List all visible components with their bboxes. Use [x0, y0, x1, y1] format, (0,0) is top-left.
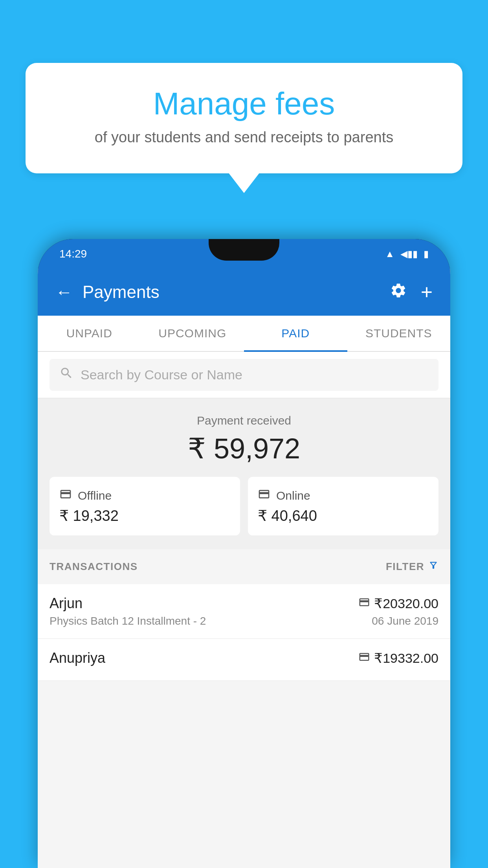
transaction-amount-arjun: ₹20320.00	[374, 596, 438, 611]
status-icons: ▲ ◀▮▮ ▮	[385, 248, 429, 259]
tooltip-bubble: Manage fees of your students and send re…	[26, 63, 462, 173]
offline-icon	[59, 488, 72, 503]
battery-icon: ▮	[424, 248, 429, 259]
payment-received-label: Payment received	[50, 414, 438, 427]
app-header: ← Payments +	[38, 268, 450, 316]
search-container: Search by Course or Name	[38, 352, 450, 398]
transaction-amount-anupriya: ₹19332.00	[374, 650, 438, 666]
back-button[interactable]: ←	[55, 282, 73, 302]
filter-label: FILTER	[386, 561, 424, 573]
status-bar: 14:29 ▲ ◀▮▮ ▮	[38, 239, 450, 268]
tooltip-subtitle: of your students and send receipts to pa…	[57, 129, 431, 146]
online-payment-icon	[358, 596, 370, 611]
online-icon	[258, 488, 270, 503]
offline-card-header: Offline	[59, 488, 230, 503]
tabs-bar: UNPAID UPCOMING PAID STUDENTS	[38, 316, 450, 352]
header-right: +	[390, 280, 433, 304]
header-left: ← Payments	[55, 282, 160, 302]
signal-icon: ◀▮▮	[400, 248, 418, 259]
transaction-top-anupriya: Anupriya ₹19332.00	[50, 650, 438, 666]
transaction-name-arjun: Arjun	[50, 595, 83, 612]
transactions-header: TRANSACTIONS FILTER	[38, 549, 450, 584]
page-title: Payments	[83, 282, 160, 302]
payment-total-amount: ₹ 59,972	[50, 432, 438, 465]
online-amount: ₹ 40,640	[258, 507, 429, 524]
search-icon	[59, 366, 73, 384]
transaction-name-anupriya: Anupriya	[50, 650, 105, 666]
transaction-amount-row-arjun: ₹20320.00	[358, 596, 438, 611]
offline-payment-icon	[358, 651, 370, 666]
payment-cards-row: Offline ₹ 19,332 Online ₹ 40,640	[50, 477, 438, 535]
transaction-date-arjun: 06 June 2019	[372, 615, 438, 627]
transaction-row[interactable]: Anupriya ₹19332.00	[38, 639, 450, 681]
filter-button[interactable]: FILTER	[386, 560, 438, 573]
tab-unpaid[interactable]: UNPAID	[38, 316, 141, 351]
offline-payment-card: Offline ₹ 19,332	[50, 477, 240, 535]
online-label: Online	[276, 489, 310, 502]
tab-paid[interactable]: PAID	[244, 316, 347, 351]
transactions-label: TRANSACTIONS	[50, 561, 138, 573]
settings-icon[interactable]	[390, 282, 407, 303]
online-card-header: Online	[258, 488, 429, 503]
transaction-bottom-arjun: Physics Batch 12 Installment - 2 06 June…	[50, 615, 438, 627]
search-input-box[interactable]: Search by Course or Name	[50, 359, 438, 391]
tooltip-title: Manage fees	[57, 86, 431, 121]
offline-label: Offline	[78, 489, 112, 502]
transaction-row[interactable]: Arjun ₹20320.00 Physics Batch 12 Install…	[38, 584, 450, 639]
status-time: 14:29	[59, 248, 87, 260]
phone-frame: 14:29 ▲ ◀▮▮ ▮ ← Payments +	[38, 239, 450, 868]
phone-screen: ← Payments + UNPAID UPCOMING PAID STUDEN…	[38, 268, 450, 868]
phone-notch	[209, 239, 279, 261]
transaction-course-arjun: Physics Batch 12 Installment - 2	[50, 615, 206, 627]
wifi-icon: ▲	[385, 248, 394, 259]
transaction-top-arjun: Arjun ₹20320.00	[50, 595, 438, 612]
transaction-amount-row-anupriya: ₹19332.00	[358, 650, 438, 666]
offline-amount: ₹ 19,332	[59, 507, 230, 524]
tab-students[interactable]: STUDENTS	[347, 316, 451, 351]
add-button[interactable]: +	[421, 280, 433, 304]
tab-upcoming[interactable]: UPCOMING	[141, 316, 244, 351]
payment-received-section: Payment received ₹ 59,972 Offline ₹ 19,3…	[38, 398, 450, 549]
filter-icon	[428, 560, 438, 573]
search-placeholder: Search by Course or Name	[81, 367, 242, 383]
online-payment-card: Online ₹ 40,640	[248, 477, 438, 535]
